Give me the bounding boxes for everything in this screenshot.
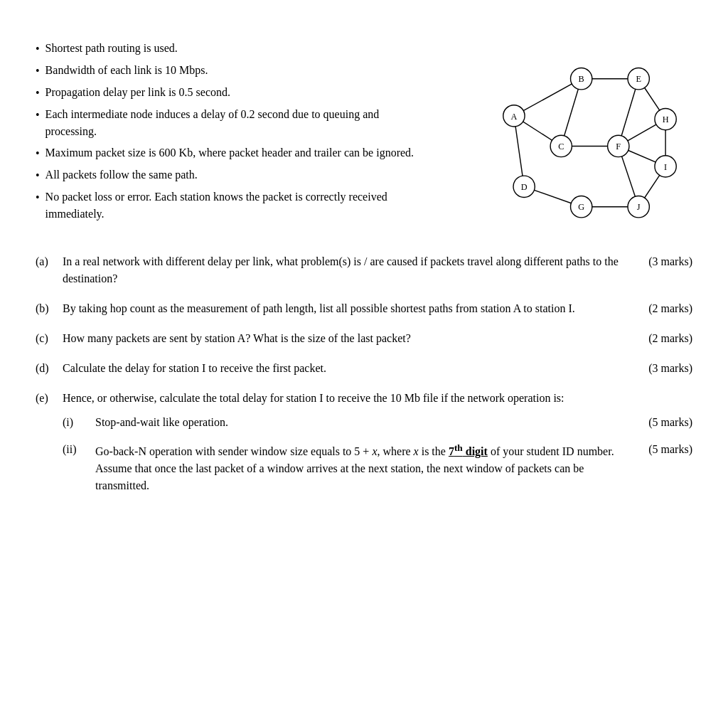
- svg-text:C: C: [558, 142, 564, 151]
- question-part-b: (b) By taking hop count as the measureme…: [36, 300, 692, 317]
- part-label: (b): [36, 300, 55, 317]
- marks-label: (2 marks): [648, 330, 692, 347]
- question-part-e: (e) Hence, or otherwise, calculate the t…: [36, 390, 692, 504]
- part-text: How many packets are sent by station A? …: [63, 330, 634, 347]
- bullet-list: Shortest path routing is used.Bandwidth …: [36, 40, 422, 239]
- question-part-c: (c) How many packets are sent by station…: [36, 330, 692, 347]
- part-content: Calculate the delay for station I to rec…: [63, 360, 692, 377]
- bullet-item: All packets follow the same path.: [36, 166, 422, 184]
- sub-content: Stop-and-wait like operation. (5 marks): [95, 414, 692, 431]
- part-text: Calculate the delay for station I to rec…: [63, 360, 634, 377]
- question-part-a: (a) In a real network with different del…: [36, 253, 692, 287]
- content-area: Shortest path routing is used.Bandwidth …: [36, 40, 692, 239]
- sub-marks: (5 marks): [648, 441, 692, 494]
- part-text-e: Hence, or otherwise, calculate the total…: [63, 392, 564, 404]
- sub-marks: (5 marks): [648, 414, 692, 431]
- part-text: In a real network with different delay p…: [63, 253, 634, 287]
- sub-label: (ii): [63, 441, 88, 494]
- bullet-item: Each intermediate node induces a delay o…: [36, 106, 422, 140]
- marks-label: (2 marks): [648, 300, 692, 317]
- svg-text:A: A: [511, 112, 518, 122]
- part-label: (d): [36, 360, 55, 377]
- bullet-item: Shortest path routing is used.: [36, 40, 422, 58]
- svg-text:E: E: [636, 74, 641, 84]
- part-label: (c): [36, 330, 55, 347]
- network-diagram: ABCDEFGHIJ: [437, 40, 692, 239]
- sub-text: Stop-and-wait like operation.: [95, 414, 228, 431]
- question-part-d: (d) Calculate the delay for station I to…: [36, 360, 692, 377]
- sub-text: Go-back-N operation with sender window s…: [95, 441, 634, 494]
- sub-content: Go-back-N operation with sender window s…: [95, 441, 692, 494]
- bullet-item: Propagation delay per link is 0.5 second…: [36, 84, 422, 102]
- svg-line-0: [514, 79, 582, 116]
- svg-text:B: B: [579, 74, 584, 84]
- sub-part-i: (i) Stop-and-wait like operation. (5 mar…: [63, 414, 692, 431]
- svg-text:G: G: [578, 202, 584, 212]
- bullet-item: No packet loss or error. Each station kn…: [36, 188, 422, 223]
- part-content: How many packets are sent by station A? …: [63, 330, 692, 347]
- svg-text:J: J: [637, 202, 641, 212]
- marks-label: (3 marks): [648, 360, 692, 377]
- question-parts: (a) In a real network with different del…: [36, 253, 692, 504]
- svg-text:D: D: [521, 182, 528, 192]
- part-label: (a): [36, 253, 55, 287]
- bullet-item: Bandwidth of each link is 10 Mbps.: [36, 62, 422, 80]
- svg-text:F: F: [616, 142, 621, 151]
- svg-text:I: I: [664, 162, 667, 172]
- part-label: (e): [36, 390, 55, 504]
- sub-part-ii: (ii) Go-back-N operation with sender win…: [63, 441, 692, 494]
- part-content: By taking hop count as the measurement o…: [63, 300, 692, 317]
- bullet-item: Maximum packet size is 600 Kb, where pac…: [36, 144, 422, 162]
- sub-label: (i): [63, 414, 88, 431]
- sub-parts: (i) Stop-and-wait like operation. (5 mar…: [63, 414, 692, 494]
- svg-text:H: H: [663, 115, 669, 124]
- part-content: In a real network with different delay p…: [63, 253, 692, 287]
- part-text: By taking hop count as the measurement o…: [63, 300, 634, 317]
- part-content-e: Hence, or otherwise, calculate the total…: [63, 390, 692, 504]
- marks-label: (3 marks): [648, 253, 692, 270]
